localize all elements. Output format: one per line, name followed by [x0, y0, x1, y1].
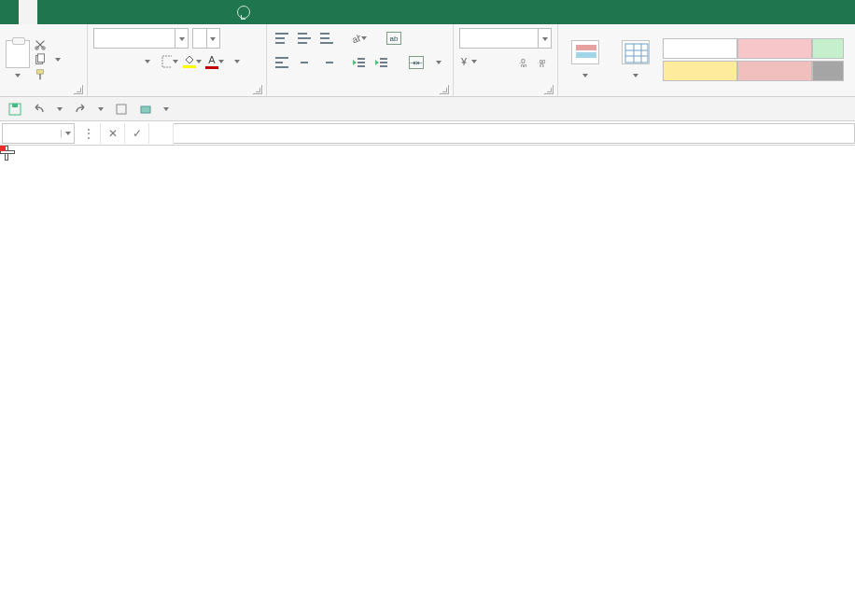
copy-icon [34, 53, 47, 66]
save-button[interactable] [7, 102, 22, 117]
border-button[interactable] [161, 52, 179, 71]
orientation-icon: ab [350, 32, 360, 45]
formula-input[interactable] [174, 123, 855, 144]
redo-dropdown[interactable] [97, 105, 105, 113]
svg-text:ab: ab [351, 32, 361, 45]
comma-button[interactable] [500, 52, 515, 71]
format-painter-button[interactable] [34, 68, 62, 81]
qat-button-2[interactable] [138, 102, 153, 117]
style-medium[interactable] [663, 61, 737, 81]
alignment-launcher[interactable] [440, 85, 449, 94]
paste-dropdown[interactable] [14, 72, 21, 79]
grow-font-button[interactable] [224, 29, 241, 48]
format-as-table-button[interactable] [612, 40, 659, 79]
align-center-button[interactable] [295, 53, 314, 72]
border-icon [161, 55, 172, 68]
spreadsheet-grid[interactable] [0, 146, 855, 616]
shrink-font-button[interactable] [244, 29, 260, 48]
tab-home[interactable] [19, 0, 37, 24]
align-middle-button[interactable] [295, 29, 314, 48]
accounting-format-button[interactable]: ¥ [459, 52, 478, 71]
qat-button-1[interactable] [114, 102, 129, 117]
tab-pdf-tools[interactable] [205, 0, 224, 24]
tab-developer[interactable] [168, 0, 187, 24]
enter-formula-button[interactable]: ✓ [125, 123, 149, 144]
font-size-combo[interactable] [192, 28, 220, 49]
formula-bar: ⋮ ✕ ✓ [0, 121, 855, 146]
style-normal[interactable] [663, 38, 737, 59]
align-bottom-button[interactable] [317, 29, 336, 48]
phonetic-button[interactable] [228, 52, 246, 71]
align-middle-icon [298, 33, 311, 44]
number-format-combo[interactable] [459, 28, 552, 49]
tab-file[interactable] [0, 0, 19, 24]
table-format-icon [622, 40, 650, 64]
font-launcher[interactable] [253, 85, 262, 94]
menu-bar [0, 0, 855, 24]
qat-customize[interactable] [162, 105, 170, 113]
decrease-decimal-button[interactable]: .00.0 [537, 52, 552, 71]
cancel-formula-button[interactable]: ✕ [101, 123, 125, 144]
indent-icon [374, 57, 387, 68]
orientation-button[interactable]: ab [349, 29, 368, 48]
svg-rect-13 [576, 45, 596, 50]
style-check[interactable] [812, 61, 844, 81]
cell-styles-gallery[interactable] [663, 38, 844, 81]
underline-button[interactable] [138, 52, 157, 71]
svg-rect-22 [117, 105, 126, 114]
align-top-button[interactable] [273, 29, 291, 48]
fill-color-button[interactable] [183, 52, 202, 71]
tab-review[interactable] [112, 0, 131, 24]
number-launcher[interactable] [544, 85, 554, 94]
increase-decimal-button[interactable]: .0.00 [518, 52, 533, 71]
undo-dropdown[interactable] [56, 105, 63, 113]
style-bad[interactable] [737, 38, 812, 59]
save-icon [8, 103, 21, 116]
percent-button[interactable] [482, 52, 497, 71]
redo-button[interactable] [73, 102, 88, 117]
italic-button[interactable] [116, 52, 134, 71]
align-bottom-icon [320, 33, 333, 44]
tab-formulas[interactable] [75, 0, 93, 24]
formula-options-button[interactable]: ⋮ [77, 123, 101, 144]
svg-rect-14 [576, 52, 596, 58]
align-left-icon [275, 57, 288, 68]
merge-icon: ⇥⇤ [409, 56, 424, 69]
font-name-combo[interactable] [93, 28, 189, 49]
wrap-text-button[interactable]: ab [383, 28, 411, 49]
style-calc[interactable] [737, 61, 812, 81]
svg-rect-3 [37, 54, 44, 63]
paste-icon[interactable] [6, 40, 30, 68]
font-color-button[interactable]: A [205, 52, 224, 71]
conditional-format-button[interactable] [562, 40, 609, 79]
scissors-icon [34, 38, 47, 51]
tab-help[interactable] [187, 0, 205, 24]
style-good[interactable] [812, 38, 844, 59]
svg-text:¥: ¥ [460, 56, 468, 67]
cell-cursor-icon [0, 146, 13, 159]
bucket-icon [184, 55, 195, 64]
tab-page-layout[interactable] [56, 0, 75, 24]
currency-icon: ¥ [460, 55, 470, 68]
align-left-button[interactable] [273, 53, 291, 72]
tell-me-search[interactable] [224, 0, 256, 24]
tab-view[interactable] [149, 0, 168, 24]
cut-button[interactable] [34, 38, 62, 51]
bulb-icon [237, 6, 250, 19]
undo-button[interactable] [32, 102, 47, 117]
align-right-icon [320, 57, 333, 68]
group-clipboard [0, 24, 88, 96]
name-box[interactable] [2, 123, 75, 144]
tab-custom[interactable] [131, 0, 149, 24]
fx-button[interactable] [149, 123, 174, 144]
merge-center-button[interactable]: ⇥⇤ [405, 52, 446, 73]
tab-insert[interactable] [37, 0, 56, 24]
copy-button[interactable] [34, 53, 62, 66]
decrease-indent-button[interactable] [349, 53, 368, 72]
bold-button[interactable] [93, 52, 112, 71]
tab-data[interactable] [93, 0, 112, 24]
align-right-button[interactable] [317, 53, 336, 72]
clipboard-launcher[interactable] [74, 85, 83, 94]
increase-indent-button[interactable] [371, 53, 390, 72]
svg-rect-5 [39, 74, 41, 79]
